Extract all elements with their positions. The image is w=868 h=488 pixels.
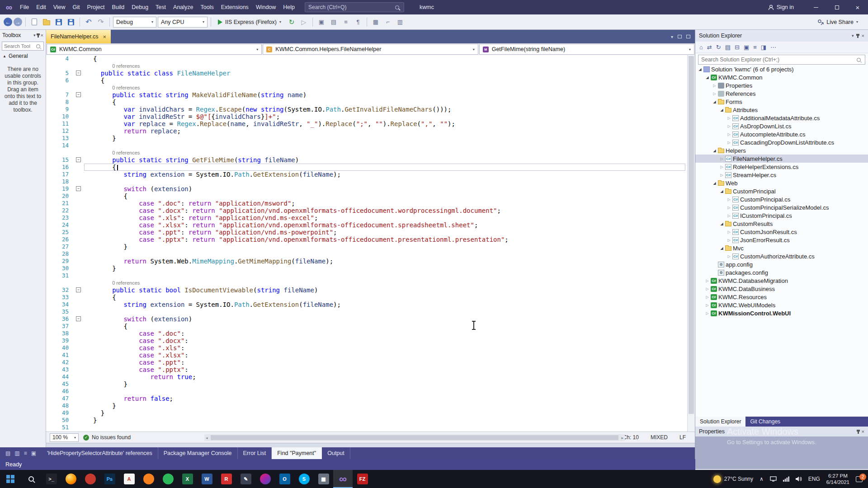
collapsed-arrow-icon[interactable]: ▷	[719, 173, 725, 177]
toolbar-icon-1[interactable]: ▣	[316, 17, 327, 28]
codelens-references[interactable]: 0 references	[84, 279, 140, 286]
code-line-30[interactable]: 30}	[46, 265, 687, 272]
pin-icon[interactable]	[858, 430, 859, 434]
health-indicator[interactable]: ✓ No issues found	[83, 434, 131, 441]
collapsed-arrow-icon[interactable]: ▷	[726, 197, 732, 202]
collapsed-arrow-icon[interactable]: ▷	[726, 132, 732, 136]
tray-icon-3[interactable]: ≡	[24, 450, 27, 456]
code-line-43[interactable]: 43case ".pptx":	[46, 366, 687, 373]
scrollbar-thumb[interactable]	[211, 435, 619, 440]
code-line-18[interactable]: 18	[46, 178, 687, 185]
code-line-7[interactable]: 7−public static string MakeValidFileName…	[46, 91, 687, 99]
navigate-back-icon[interactable]: ←	[4, 18, 12, 26]
code-line-17[interactable]: 17string extension = System.IO.Path.GetE…	[46, 171, 687, 178]
chevron-down-icon[interactable]: ▾	[33, 33, 36, 38]
switch-views-icon[interactable]: ⇄	[707, 44, 712, 51]
scroll-left-icon[interactable]: ◂	[204, 436, 209, 440]
collapsed-arrow-icon[interactable]: ▷	[726, 141, 732, 145]
properties-icon[interactable]: ≡	[753, 44, 757, 51]
display-tray-icon[interactable]	[770, 476, 777, 482]
tree-item-app-config[interactable]: ⚙app.config	[695, 260, 868, 268]
code-line-45[interactable]: 45}	[46, 380, 687, 388]
code-line-4[interactable]: 4{	[46, 55, 687, 62]
collapsed-arrow-icon[interactable]: ▷	[726, 206, 732, 210]
code-line-16[interactable]: 16{	[46, 164, 687, 171]
code-line-13[interactable]: 13}	[46, 135, 687, 142]
expanded-arrow-icon[interactable]: ◢	[712, 100, 717, 104]
code-line-40[interactable]: 40case ".xls":	[46, 344, 687, 352]
tree-item-customjsonresult-cs[interactable]: ▷C#CustomJsonResult.cs	[695, 228, 868, 236]
tree-item-customprincipalserializemodel-cs[interactable]: ▷C#CustomPrincipalSerializeModel.cs	[695, 203, 868, 211]
fold-gutter[interactable]: −	[73, 286, 84, 294]
code-line-21[interactable]: 21case ".doc": return "application/mswor…	[46, 200, 687, 207]
taskbar-app-media-app[interactable]	[255, 470, 275, 488]
code-line-35[interactable]: 35	[46, 308, 687, 315]
expanded-arrow-icon[interactable]: ◢	[719, 222, 725, 226]
collapse-region-icon[interactable]: −	[76, 287, 81, 292]
preview-icon[interactable]: ◨	[761, 44, 766, 51]
menu-extensions[interactable]: Extensions	[217, 0, 252, 14]
taskbar-app-red-app[interactable]: R	[217, 470, 236, 488]
taskbar-app-firefox[interactable]	[61, 470, 80, 488]
tree-item-filenamehelper-cs[interactable]: ▷C#FileNameHelper.cs	[695, 155, 868, 163]
start-without-debugging-icon[interactable]: ▷	[298, 17, 309, 28]
tree-item-cascadingdropdownlistattribute-cs[interactable]: ▷C#CascadingDropDownListAttribute.cs	[695, 138, 868, 146]
menu-edit[interactable]: Edit	[33, 0, 50, 14]
close-icon[interactable]: ×	[862, 429, 864, 434]
taskbar-app-photoshop[interactable]: Ps	[100, 470, 119, 488]
tree-item-kwmc-databusiness[interactable]: ▷C#KWMC.DataBusiness	[695, 285, 868, 293]
collapsed-arrow-icon[interactable]: ▷	[726, 124, 732, 128]
float-window-icon[interactable]	[678, 35, 682, 38]
expanded-arrow-icon[interactable]: ◢	[697, 67, 703, 71]
volume-tray-icon[interactable]	[796, 476, 802, 482]
maximize-button[interactable]	[826, 0, 847, 14]
tray-icon-4[interactable]: ▣	[31, 450, 36, 456]
tree-item-autocompleteattribute-cs[interactable]: ▷C#AutocompleteAttribute.cs	[695, 130, 868, 138]
code-line-12[interactable]: 12return replace;	[46, 127, 687, 135]
codelens-references[interactable]: 0 references	[84, 84, 140, 91]
network-tray-icon[interactable]	[783, 476, 789, 482]
expanded-arrow-icon[interactable]: ◢	[712, 149, 717, 153]
collapsed-arrow-icon[interactable]: ▷	[726, 214, 732, 218]
taskbar-app-filezilla[interactable]: FZ	[353, 470, 372, 488]
toolbar-icon-3[interactable]: ≡	[340, 17, 351, 28]
expanded-arrow-icon[interactable]: ◢	[719, 108, 725, 112]
menu-build[interactable]: Build	[108, 0, 128, 14]
taskbar-search-button[interactable]	[21, 470, 42, 488]
tool-tab-solution-explorer[interactable]: Solution Explorer	[695, 417, 745, 427]
collapsed-arrow-icon[interactable]: ▷	[726, 230, 732, 234]
code-line-44[interactable]: 44return true;	[46, 373, 687, 380]
solution-configurations-dropdown[interactable]: Debug▾	[113, 17, 156, 28]
code-line-24[interactable]: 24case ".xlsx": return "application/vnd.…	[46, 221, 687, 229]
tree-item-additionalmetadataattribute-cs[interactable]: ▷C#AdditionalMetadataAttribute.cs	[695, 114, 868, 122]
collapsed-arrow-icon[interactable]: ▷	[726, 238, 732, 242]
menu-view[interactable]: View	[50, 0, 69, 14]
tree-item-kwmc-common[interactable]: ◢C#KWMC.Common	[695, 73, 868, 81]
code-line-9[interactable]: 9var invalidChars = Regex.Escape(new str…	[46, 106, 687, 113]
taskbar-app-orange-app[interactable]	[139, 470, 158, 488]
menu-window[interactable]: Window	[252, 0, 279, 14]
code-line-49[interactable]: 49}	[46, 409, 687, 417]
scroll-right-icon[interactable]: ▸	[620, 436, 625, 440]
code-line-46[interactable]: 46	[46, 388, 687, 395]
code-line-31[interactable]: 31	[46, 272, 687, 279]
panel-tab-package-manager-console[interactable]: Package Manager Console	[158, 447, 238, 459]
taskbar-app-excel[interactable]: X	[178, 470, 197, 488]
menu-help[interactable]: Help	[279, 0, 298, 14]
tree-item-kwmc-databasemigration[interactable]: ▷C#KWMC.DatabaseMigration	[695, 277, 868, 285]
tree-item-kwmc-resources[interactable]: ▷C#KWMC.Resources	[695, 293, 868, 301]
collapse-region-icon[interactable]: −	[76, 316, 81, 321]
panel-tab-hidepropertyselectorattribute-references[interactable]: 'HidePropertySelectorAttribute' referenc…	[42, 447, 158, 459]
collapse-all-icon[interactable]: ⊟	[735, 44, 740, 51]
collapsed-panel-edge[interactable]	[46, 443, 695, 447]
tree-item-customauthorizeattribute-cs[interactable]: ▷C#CustomAuthorizeAttribute.cs	[695, 252, 868, 260]
code-line-50[interactable]: 50}	[46, 417, 687, 424]
fold-gutter[interactable]: −	[73, 70, 84, 77]
vertical-scrollbar[interactable]	[687, 55, 695, 432]
tray-icon-1[interactable]: ▤	[5, 450, 10, 456]
navigate-forward-icon[interactable]: →	[14, 18, 22, 26]
code-line-6[interactable]: 6{	[46, 77, 687, 84]
taskbar-app-terminal[interactable]: >_	[42, 470, 61, 488]
expanded-arrow-icon[interactable]: ◢	[712, 181, 717, 185]
collapsed-arrow-icon[interactable]: ▷	[726, 116, 732, 120]
